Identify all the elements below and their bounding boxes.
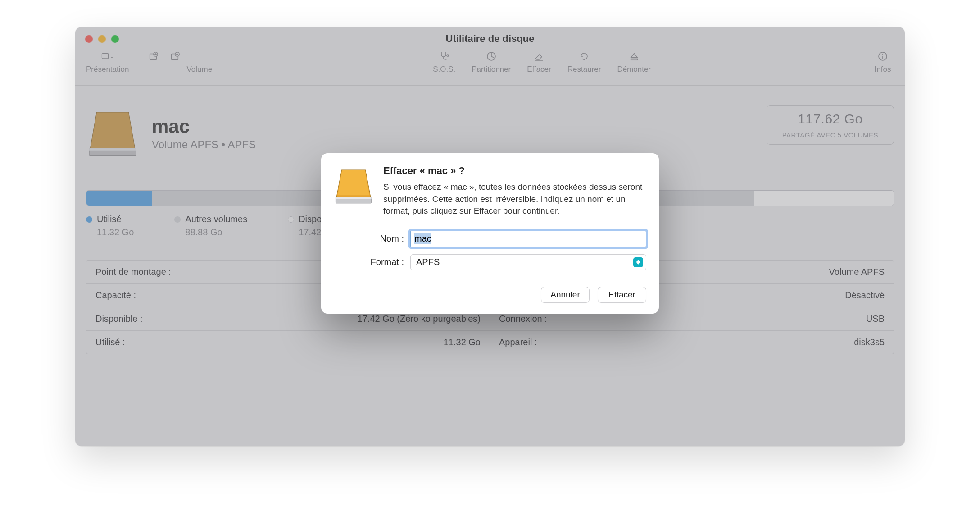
legend-label: Autres volumes [185, 214, 247, 224]
format-label: Format : [334, 257, 410, 267]
close-button[interactable] [85, 35, 93, 43]
toolbar-label: Démonter [617, 65, 651, 74]
volume-plus-icon [147, 50, 159, 62]
toolbar-unmount[interactable]: Démonter [617, 50, 651, 74]
eraser-icon [533, 50, 545, 62]
toolbar-volume-add[interactable] [147, 50, 159, 74]
legend-dot-icon [288, 216, 294, 223]
svg-point-9 [447, 55, 449, 56]
svg-marker-12 [631, 54, 637, 58]
toolbar-volume-remove[interactable] [168, 50, 181, 74]
toolbar-volume-label-wrap: Volume [186, 50, 212, 74]
svg-rect-13 [631, 59, 637, 60]
name-label: Nom : [334, 233, 410, 244]
piechart-icon [485, 50, 498, 62]
info-value: disk3s5 [854, 337, 885, 347]
legend-other: Autres volumes 88.88 Go [174, 214, 247, 238]
legend-label: Utilisé [97, 214, 121, 224]
toolbar-info[interactable]: Infos [871, 50, 894, 74]
volume-minus-icon [168, 50, 181, 62]
info-value: Volume APFS [829, 267, 885, 277]
table-row: Appareil :disk3s5 [490, 331, 894, 354]
svg-marker-17 [90, 112, 135, 148]
chevron-updown-icon [633, 257, 643, 267]
format-selected-value: APFS [416, 257, 440, 267]
info-label: Capacité : [95, 290, 136, 301]
legend-dot-icon [86, 216, 92, 223]
capacity-subtitle: PARTAGÉ AVEC 5 VOLUMES [782, 131, 878, 139]
toolbar-firstaid[interactable]: S.O.S. [433, 50, 455, 74]
svg-marker-21 [338, 170, 369, 195]
dialog-title: Effacer « mac » ? [383, 165, 646, 177]
svg-rect-23 [336, 197, 371, 199]
svg-rect-0 [102, 54, 108, 59]
window-controls [85, 35, 119, 43]
drive-icon [86, 106, 139, 160]
info-icon [876, 50, 889, 62]
restore-icon [578, 50, 590, 62]
titlebar: Utilitaire de disque [75, 27, 905, 50]
toolbar-partition[interactable]: Partitionner [472, 50, 511, 74]
svg-point-16 [882, 54, 883, 55]
legend-value: 88.88 Go [185, 227, 247, 238]
info-label: Disponible : [95, 314, 143, 324]
volume-name: mac [152, 116, 256, 137]
legend-value: 11.32 Go [97, 227, 134, 238]
eject-icon [628, 50, 640, 62]
dialog-form: Nom : Format : APFS [334, 231, 646, 270]
capacity-box: 117.62 Go PARTAGÉ AVEC 5 VOLUMES [767, 105, 894, 145]
info-value: USB [866, 314, 885, 324]
toolbar-label: Effacer [527, 65, 551, 74]
disk-utility-window: Utilitaire de disque ⌄ Présentation Volu… [75, 27, 905, 446]
toolbar-label: S.O.S. [433, 65, 455, 74]
toolbar-restore[interactable]: Restaurer [567, 50, 601, 74]
cancel-button[interactable]: Annuler [541, 287, 590, 303]
legend-dot-icon [174, 216, 181, 223]
erase-button[interactable]: Effacer [598, 287, 646, 303]
toolbar-label: Présentation [86, 65, 129, 74]
erase-dialog: Effacer « mac » ? Si vous effacez « mac … [321, 153, 659, 314]
info-label: Appareil : [499, 337, 537, 347]
stethoscope-icon [438, 50, 450, 62]
window-title: Utilitaire de disque [75, 33, 905, 45]
info-value: Désactivé [845, 290, 885, 301]
info-label: Utilisé : [95, 337, 125, 347]
usage-segment-used [86, 191, 152, 206]
toolbar-label: Partitionner [472, 65, 511, 74]
info-value: 11.32 Go [444, 337, 481, 347]
dialog-description: Si vous effacez « mac », toutes les donn… [383, 181, 646, 217]
drive-icon [334, 166, 373, 207]
table-row: Utilisé :11.32 Go [86, 331, 490, 354]
volume-subtitle: Volume APFS • APFS [152, 138, 256, 151]
info-value: 17.42 Go (Zéro ko purgeables) [358, 314, 481, 324]
svg-rect-19 [89, 148, 136, 151]
info-label: Connexion : [499, 314, 547, 324]
toolbar-label: Infos [875, 65, 891, 74]
name-field[interactable] [410, 231, 646, 247]
sidebar-icon: ⌄ [101, 50, 114, 62]
legend-used: Utilisé 11.32 Go [86, 214, 134, 238]
usage-segment-free [754, 191, 894, 206]
maximize-button[interactable] [111, 35, 119, 43]
toolbar: ⌄ Présentation Volume S.O.S. [75, 50, 905, 86]
capacity-value: 117.62 Go [782, 111, 878, 127]
toolbar-presentation[interactable]: ⌄ Présentation [86, 50, 129, 74]
toolbar-erase[interactable]: Effacer [527, 50, 551, 74]
info-label: Point de montage : [95, 267, 171, 277]
toolbar-label: Restaurer [567, 65, 601, 74]
minimize-button[interactable] [98, 35, 106, 43]
format-select[interactable]: APFS [410, 254, 646, 270]
toolbar-label: Volume [186, 65, 212, 74]
